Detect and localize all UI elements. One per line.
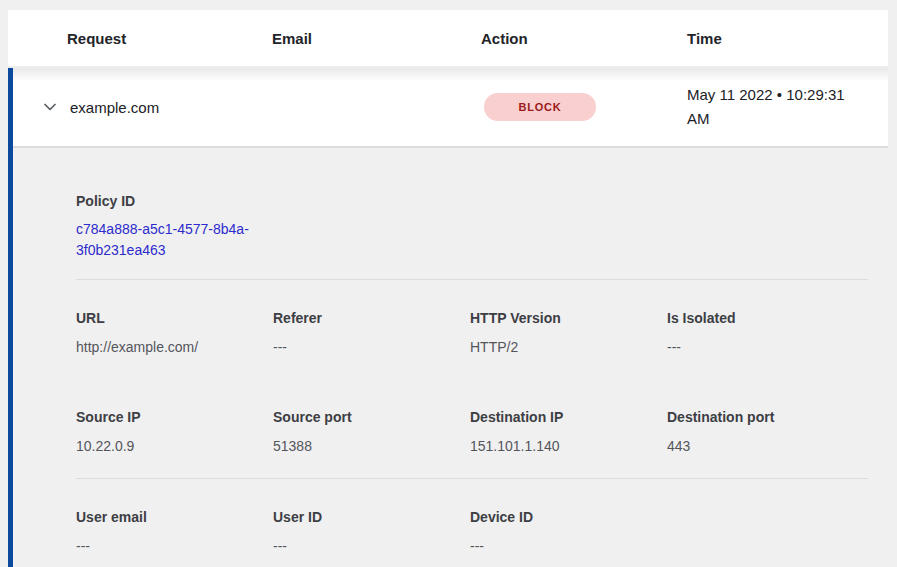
detail-field-user-email: User email ---: [76, 507, 273, 556]
detail-field-empty: [667, 507, 864, 556]
detail-field-http-version: HTTP Version HTTP/2: [470, 308, 667, 357]
detail-row: Source IP 10.22.0.9 Source port 51388 De…: [76, 407, 868, 456]
detail-field-destination-ip: Destination IP 151.101.1.140: [470, 407, 667, 456]
detail-field-referer: Referer ---: [273, 308, 470, 357]
field-value: 10.22.0.9: [76, 436, 273, 456]
field-label: User email: [76, 507, 273, 527]
detail-field-url: URL http://example.com/: [76, 308, 273, 357]
detail-field-source-port: Source port 51388: [273, 407, 470, 456]
action-cell: BLOCK: [481, 93, 687, 121]
field-value: 51388: [273, 436, 470, 456]
field-value: ---: [667, 337, 864, 357]
table-header: Request Email Action Time: [8, 10, 888, 68]
field-value: HTTP/2: [470, 337, 667, 357]
column-header-email: Email: [272, 30, 481, 47]
log-table-row[interactable]: example.com BLOCK May 11 2022 • 10:29:31…: [13, 68, 888, 148]
field-value: ---: [76, 536, 273, 556]
column-header-request: Request: [8, 30, 272, 47]
detail-field-user-id: User ID ---: [273, 507, 470, 556]
field-label: Is Isolated: [667, 308, 864, 328]
field-label: HTTP Version: [470, 308, 667, 328]
field-value: ---: [273, 536, 470, 556]
detail-field-source-ip: Source IP 10.22.0.9: [76, 407, 273, 456]
log-table-card: Request Email Action Time example.com BL…: [8, 10, 888, 567]
expanded-row-group: example.com BLOCK May 11 2022 • 10:29:31…: [8, 68, 888, 567]
divider: [76, 478, 868, 479]
field-label: User ID: [273, 507, 470, 527]
column-header-time: Time: [687, 30, 888, 47]
field-label: URL: [76, 308, 273, 328]
field-value: ---: [470, 536, 667, 556]
request-domain: example.com: [70, 99, 159, 116]
detail-field-device-id: Device ID ---: [470, 507, 667, 556]
chevron-down-icon[interactable]: [42, 99, 58, 115]
field-label: Destination IP: [470, 407, 667, 427]
field-value: 443: [667, 436, 864, 456]
block-status-badge: BLOCK: [484, 93, 596, 121]
column-header-action: Action: [481, 30, 687, 47]
field-label: Device ID: [470, 507, 667, 527]
time-cell: May 11 2022 • 10:29:31 AM: [687, 83, 888, 131]
field-label: Source IP: [76, 407, 273, 427]
field-label: Destination port: [667, 407, 864, 427]
field-value: http://example.com/: [76, 337, 273, 357]
field-label: Source port: [273, 407, 470, 427]
expanded-detail-panel: Policy ID c784a888-a5c1-4577-8b4a-3f0b23…: [13, 148, 888, 567]
detail-field-destination-port: Destination port 443: [667, 407, 864, 456]
detail-field-is-isolated: Is Isolated ---: [667, 308, 864, 357]
detail-row: User email --- User ID --- Device ID ---: [76, 507, 868, 556]
field-label: Policy ID: [76, 191, 868, 211]
detail-field-policy-id: Policy ID c784a888-a5c1-4577-8b4a-3f0b23…: [76, 191, 868, 261]
field-value: 151.101.1.140: [470, 436, 667, 456]
detail-row: URL http://example.com/ Referer --- HTTP…: [76, 308, 868, 357]
policy-id-link[interactable]: c784a888-a5c1-4577-8b4a-3f0b231ea463: [76, 219, 273, 261]
field-value: ---: [273, 337, 470, 357]
divider: [76, 279, 868, 280]
field-label: Referer: [273, 308, 470, 328]
request-cell: example.com: [13, 99, 272, 116]
